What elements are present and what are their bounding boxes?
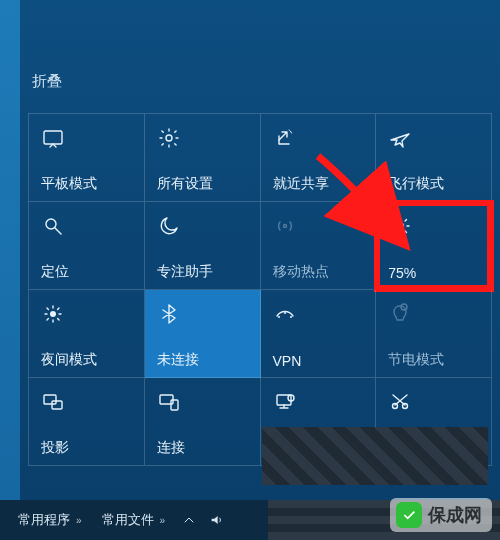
tile-mobile-hotspot[interactable]: 移动热点 xyxy=(261,202,377,290)
tile-label: 所有设置 xyxy=(157,175,250,193)
chevron-icon: » xyxy=(76,515,82,526)
svg-rect-10 xyxy=(44,395,56,404)
tile-bluetooth[interactable]: 未连接 xyxy=(145,290,261,378)
tile-airplane-mode[interactable]: 飞行模式 xyxy=(376,114,492,202)
vpn-icon xyxy=(273,300,366,328)
taskbar-group-label: 常用文件 xyxy=(102,511,154,529)
hotspot-icon xyxy=(273,212,366,240)
tile-label: 就近共享 xyxy=(273,175,366,193)
tablet-mode-icon xyxy=(41,124,134,152)
svg-point-1 xyxy=(166,135,172,141)
tile-label: 连接 xyxy=(157,439,250,457)
taskbar-group-files[interactable]: 常用文件 » xyxy=(92,500,176,540)
moon-icon xyxy=(157,212,250,240)
tile-label: 75% xyxy=(388,265,481,281)
tile-all-settings[interactable]: 所有设置 xyxy=(145,114,261,202)
brightness-icon xyxy=(388,212,481,240)
battery-saver-icon xyxy=(388,300,481,328)
tray-volume[interactable] xyxy=(203,500,231,540)
network-icon xyxy=(273,388,366,416)
tile-vpn[interactable]: VPN xyxy=(261,290,377,378)
tile-brightness[interactable]: 75% xyxy=(376,202,492,290)
shield-icon xyxy=(396,502,422,528)
airplane-icon xyxy=(388,124,481,152)
svg-point-8 xyxy=(290,316,292,318)
night-light-icon xyxy=(41,300,134,328)
connect-icon xyxy=(157,388,250,416)
tile-location[interactable]: 定位 xyxy=(29,202,145,290)
watermark-text: 保成网 xyxy=(428,503,482,527)
bluetooth-icon xyxy=(157,300,250,328)
svg-rect-11 xyxy=(52,401,62,409)
tray-overflow[interactable] xyxy=(175,500,203,540)
location-icon xyxy=(41,212,134,240)
tile-project[interactable]: 投影 xyxy=(29,378,145,466)
watermark: 保成网 xyxy=(390,498,492,532)
quick-action-grid: 平板模式 所有设置 就近共享 飞行模式 定位 xyxy=(28,113,492,466)
tile-label: 飞行模式 xyxy=(388,175,481,193)
taskbar-group-label: 常用程序 xyxy=(18,511,70,529)
svg-point-7 xyxy=(284,312,286,314)
tile-label: 投影 xyxy=(41,439,134,457)
taskbar-group-programs[interactable]: 常用程序 » xyxy=(8,500,92,540)
tile-label: 夜间模式 xyxy=(41,351,134,369)
action-center-panel: 折叠 平板模式 所有设置 就近共享 飞行模式 xyxy=(20,0,500,500)
tile-label: 移动热点 xyxy=(273,263,366,281)
svg-point-3 xyxy=(283,225,286,228)
share-icon xyxy=(273,124,366,152)
svg-point-5 xyxy=(50,311,56,317)
censor-block xyxy=(262,427,488,485)
tile-battery-saver[interactable]: 节电模式 xyxy=(376,290,492,378)
project-icon xyxy=(41,388,134,416)
gear-icon xyxy=(157,124,250,152)
tile-connect[interactable]: 连接 xyxy=(145,378,261,466)
collapse-label[interactable]: 折叠 xyxy=(32,72,500,91)
chevron-icon: » xyxy=(160,515,166,526)
tile-label: 节电模式 xyxy=(388,351,481,369)
tile-label: 专注助手 xyxy=(157,263,250,281)
svg-point-6 xyxy=(278,316,280,318)
tile-focus-assist[interactable]: 专注助手 xyxy=(145,202,261,290)
svg-rect-13 xyxy=(171,400,178,410)
tile-nearby-sharing[interactable]: 就近共享 xyxy=(261,114,377,202)
tile-tablet-mode[interactable]: 平板模式 xyxy=(29,114,145,202)
tile-label: 未连接 xyxy=(157,351,250,369)
tile-night-light[interactable]: 夜间模式 xyxy=(29,290,145,378)
desktop-sliver xyxy=(0,0,20,540)
tile-label: 平板模式 xyxy=(41,175,134,193)
tile-label: 定位 xyxy=(41,263,134,281)
tile-label: VPN xyxy=(273,353,366,369)
svg-rect-0 xyxy=(44,131,62,144)
screen-snip-icon xyxy=(388,388,481,416)
svg-point-4 xyxy=(397,223,404,230)
